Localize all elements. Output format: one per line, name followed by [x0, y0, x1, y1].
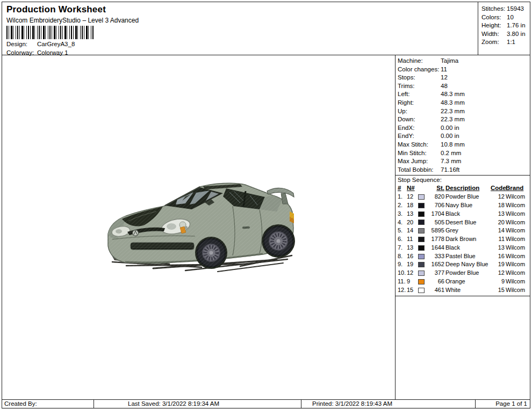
- color-swatch: [418, 194, 425, 200]
- row-description: Pastel Blue: [445, 252, 490, 261]
- worksheet-body: Machine:Tajima Color changes:11 Stops:12…: [2, 55, 530, 399]
- color-swatch: [418, 262, 425, 267]
- color-swatch: [418, 288, 425, 293]
- info-value: 22.3 mm: [441, 115, 529, 124]
- info-value: 48.3 mm: [441, 99, 529, 107]
- stop-sequence-header: # N# St. Description Code Brand: [398, 184, 528, 193]
- machine-info-row: Min Stitch:0.2 mm: [398, 149, 529, 158]
- info-label: Right:: [398, 99, 441, 107]
- page-title: Production Worksheet: [6, 4, 106, 15]
- footer-page-number: Page 1 of 1: [475, 400, 530, 408]
- col-stitches: St.: [427, 184, 444, 193]
- stop-sequence-row: 2. 18 706 Navy Blue 18 Wilcom: [398, 201, 528, 210]
- info-label: EndX:: [398, 124, 441, 133]
- row-stitches: 66: [427, 277, 444, 286]
- row-brand: Wilcom: [506, 244, 528, 252]
- machine-info-row: EndY:0.00 in: [398, 132, 529, 141]
- info-label: Machine:: [398, 57, 441, 65]
- row-needle: 14: [407, 227, 417, 235]
- design-canvas: [2, 55, 395, 399]
- row-needle: 19: [407, 260, 417, 269]
- software-subtitle: Wilcom EmbroideryStudio – Level 3 Advanc…: [6, 17, 139, 24]
- row-num: 1.: [398, 193, 406, 201]
- row-needle: 15: [407, 286, 417, 295]
- machine-info-row: Left:48.3 mm: [398, 90, 529, 99]
- stop-sequence-table: # N# St. Description Code Brand 1. 12 82…: [396, 184, 530, 296]
- summary-row-height: Height: 1.76 in: [481, 21, 530, 30]
- stop-sequence-row: 12. 15 461 White 15 Wilcom: [398, 286, 528, 295]
- info-label: Max Jump:: [398, 157, 441, 166]
- row-code: 16: [491, 252, 505, 261]
- row-stitches: 820: [427, 193, 444, 201]
- row-description: Black: [445, 244, 490, 252]
- row-brand: Wilcom: [506, 260, 528, 269]
- info-value: 0.00 in: [441, 132, 529, 141]
- machine-info-row: EndX:0.00 in: [398, 124, 529, 133]
- row-needle: 13: [407, 210, 417, 218]
- machine-info-row: Total Bobbin:71.16ft: [398, 166, 529, 174]
- row-description: Powder Blue: [445, 269, 490, 277]
- info-value: Tajima: [441, 57, 529, 65]
- row-num: 6.: [398, 235, 406, 244]
- summary-row-zoom: Zoom: 1:1: [481, 38, 530, 47]
- row-description: Desert Blue: [445, 218, 490, 227]
- info-value: 10.8 mm: [441, 141, 529, 149]
- row-brand: Wilcom: [506, 269, 528, 277]
- stop-sequence-row: 9. 19 1652 Deep Navy Blue 19 Wilcom: [398, 260, 528, 269]
- row-description: Powder Blue: [445, 193, 490, 201]
- row-code: 19: [491, 260, 505, 269]
- row-code: 18: [491, 201, 505, 210]
- design-value: CarGreyA3_8: [37, 41, 75, 47]
- summary-value: 10: [507, 13, 530, 22]
- row-code: 14: [491, 227, 505, 235]
- row-brand: Wilcom: [506, 218, 528, 227]
- machine-info-row: Trims:48: [398, 82, 529, 91]
- summary-row-stitches: Stitches: 15943: [481, 5, 530, 13]
- summary-box: Stitches: 15943 Colors: 10 Height: 1.76 …: [478, 2, 530, 55]
- row-code: 13: [491, 210, 505, 218]
- row-num: 7.: [398, 244, 406, 252]
- col-needle: N#: [407, 184, 417, 193]
- row-description: Grey: [445, 227, 490, 235]
- color-swatch: [418, 271, 425, 276]
- col-num: #: [398, 184, 406, 193]
- row-num: 8.: [398, 252, 406, 261]
- stop-sequence-row: 7. 13 1644 Black 13 Wilcom: [398, 244, 528, 252]
- info-label: Up:: [398, 107, 441, 116]
- footer-bar: Created By: Last Saved: 3/1/2022 8:19:34…: [2, 399, 530, 408]
- row-stitches: 333: [427, 252, 444, 261]
- color-swatch: [418, 203, 425, 208]
- row-description: Black: [445, 210, 490, 218]
- stop-sequence-title: Stop Sequence:: [396, 176, 530, 184]
- row-needle: 16: [407, 252, 417, 261]
- row-description: White: [445, 286, 490, 295]
- row-needle: 13: [407, 244, 417, 252]
- row-brand: Wilcom: [506, 227, 528, 235]
- row-num: 5.: [398, 227, 406, 235]
- design-barcode: [6, 26, 94, 39]
- machine-info-list: Machine:Tajima Color changes:11 Stops:12…: [396, 55, 530, 176]
- row-stitches: 1704: [427, 210, 444, 218]
- info-label: Down:: [398, 115, 441, 124]
- row-code: 13: [491, 244, 505, 252]
- row-code: 15: [491, 286, 505, 295]
- row-code: 12: [491, 193, 505, 201]
- worksheet-header-left: Production Worksheet Wilcom EmbroiderySt…: [2, 2, 478, 55]
- row-stitches: 1644: [427, 244, 444, 252]
- car-embroidery-preview: [105, 179, 296, 276]
- row-needle: 12: [407, 269, 417, 277]
- info-label: Left:: [398, 90, 441, 99]
- row-brand: Wilcom: [506, 277, 528, 286]
- row-num: 11.: [398, 277, 406, 286]
- col-description: Description: [445, 184, 490, 193]
- row-stitches: 1778: [427, 235, 444, 244]
- info-label: Trims:: [398, 82, 441, 91]
- color-swatch: [418, 279, 425, 284]
- stop-sequence-row: 11. 9 66 Orange 9 Wilcom: [398, 277, 528, 286]
- row-description: Deep Navy Blue: [445, 260, 490, 269]
- row-brand: Wilcom: [506, 210, 528, 218]
- machine-info-row: Down:22.3 mm: [398, 115, 529, 124]
- row-brand: Wilcom: [506, 235, 528, 244]
- row-needle: 18: [407, 201, 417, 210]
- info-value: 7.3 mm: [441, 157, 529, 166]
